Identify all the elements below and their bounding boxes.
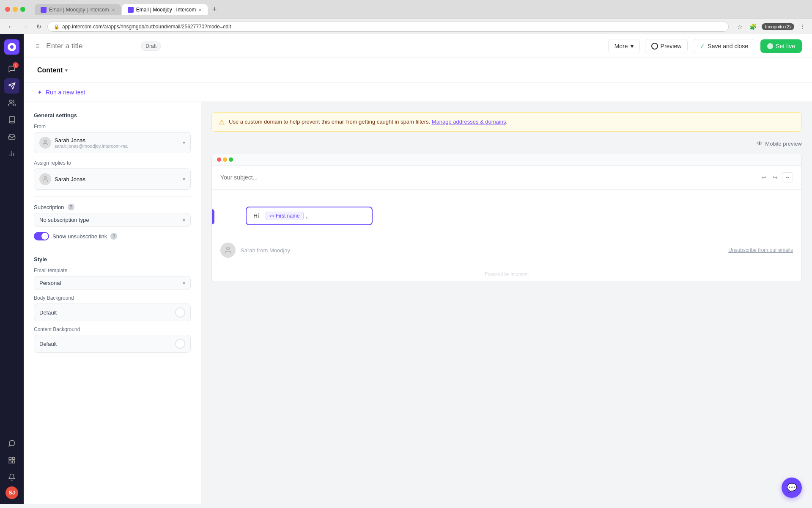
- warning-text: Use a custom domain to help prevent this…: [229, 118, 508, 126]
- menu-button[interactable]: ⋮: [798, 22, 807, 31]
- svg-rect-8: [13, 461, 15, 463]
- powered-by: Powered by Intercom: [212, 266, 801, 282]
- sidebar-item-inbox[interactable]: [4, 129, 19, 144]
- sidebar-item-chat[interactable]: [4, 436, 19, 451]
- subscription-help-icon[interactable]: ?: [68, 204, 74, 210]
- main-area: ≡ Draft More ▾ Preview ✓ Save and close …: [24, 34, 812, 504]
- email-template-select[interactable]: Personal ▾: [34, 276, 191, 290]
- style-title: Style: [34, 256, 191, 262]
- show-unsubscribe-label: Show unsubscribe link: [52, 233, 107, 240]
- content-chevron-icon: ▾: [65, 67, 68, 73]
- svg-point-12: [227, 247, 230, 250]
- lock-icon: 🔒: [54, 24, 60, 30]
- logo-dot: [10, 45, 14, 49]
- new-tab-button[interactable]: +: [208, 3, 220, 15]
- checkmark-icon: ✓: [700, 43, 705, 50]
- assign-replies-dropdown-icon: ▾: [183, 176, 185, 182]
- send-icon: [8, 82, 16, 90]
- body-background-select[interactable]: Default: [34, 304, 191, 321]
- minimize-dot[interactable]: [13, 7, 18, 12]
- assign-replies-avatar: [39, 173, 51, 185]
- unsubscribe-help-icon[interactable]: ?: [110, 233, 117, 240]
- mobile-preview-row: 👁 Mobile preview: [211, 140, 802, 147]
- save-and-close-button[interactable]: ✓ Save and close: [693, 39, 755, 53]
- browser-actions: ☆ 🧩 Incognito (2) ⋮: [735, 22, 807, 31]
- people-icon: [8, 99, 16, 107]
- preview-button[interactable]: Preview: [645, 39, 688, 53]
- star-button[interactable]: ☆: [735, 22, 744, 31]
- main-split: General settings From Sarah Jonas sarah.…: [24, 102, 812, 504]
- save-label: Save and close: [708, 43, 748, 50]
- assign-replies-info: Sarah Jonas: [55, 176, 179, 182]
- browser-tabs: Email | Moodjoy | Intercom ✕ Email | Moo…: [35, 3, 220, 15]
- tab1-close[interactable]: ✕: [112, 8, 115, 12]
- lightning-button[interactable]: ⚡: [211, 209, 214, 224]
- unsubscribe-link[interactable]: Unsubscribe from our emails: [728, 247, 793, 253]
- content-background-select[interactable]: Default: [34, 335, 191, 353]
- sidebar-item-bell[interactable]: [4, 469, 19, 485]
- subscription-select[interactable]: No subscription type ▾: [34, 213, 191, 227]
- toolbar-dot-yellow: [223, 157, 227, 162]
- run-new-test-link[interactable]: Run a new test: [46, 89, 85, 96]
- sidebar-item-outbound[interactable]: [4, 78, 19, 94]
- email-body: ⚡ Hi <> First name: [212, 190, 801, 234]
- sidebar-item-analytics[interactable]: [4, 146, 19, 161]
- redo-button[interactable]: ↪: [771, 172, 779, 182]
- page-title-input[interactable]: [46, 42, 136, 50]
- more-button[interactable]: More ▾: [608, 39, 640, 53]
- run-test-icon: ✦: [37, 89, 42, 96]
- inbox-icon: [8, 133, 16, 141]
- refresh-button[interactable]: ↻: [34, 22, 44, 31]
- chip-code-icon: <>: [269, 214, 274, 218]
- subject-input[interactable]: [220, 174, 760, 181]
- content-tab-bar: Content ▾: [24, 58, 812, 83]
- first-name-chip[interactable]: <> First name: [266, 212, 303, 220]
- assign-replies-field[interactable]: Sarah Jonas ▾: [34, 168, 191, 190]
- resize-handle-button[interactable]: ↔: [782, 172, 793, 182]
- set-live-button[interactable]: Set live: [760, 39, 802, 53]
- from-avatar: [39, 137, 51, 149]
- section-divider-2: [34, 249, 191, 249]
- tab2-close[interactable]: ✕: [198, 8, 202, 12]
- section-divider-1: [34, 196, 191, 197]
- sidebar-item-messages[interactable]: 1: [4, 61, 19, 77]
- browser-tab-2[interactable]: Email | Moodjoy | Intercom ✕: [122, 4, 208, 15]
- maximize-dot[interactable]: [20, 7, 25, 12]
- tab1-label: Email | Moodjoy | Intercom: [49, 7, 109, 13]
- from-name: Sarah Jonas: [55, 137, 179, 144]
- from-email: sarah.jonas@moodjoy.intercom-ma: [55, 144, 179, 149]
- manage-addresses-link[interactable]: Manage addresses & domains: [432, 119, 506, 125]
- close-dot[interactable]: [5, 7, 10, 12]
- chat-widget[interactable]: 💬: [782, 478, 802, 498]
- chat-widget-icon: 💬: [787, 483, 797, 493]
- browser-tab-1[interactable]: Email | Moodjoy | Intercom ✕: [35, 4, 121, 15]
- back-button[interactable]: ←: [5, 22, 16, 31]
- user-avatar[interactable]: SJ: [5, 486, 18, 499]
- svg-rect-9: [9, 461, 11, 463]
- content-background-label: Content Background: [34, 326, 191, 332]
- from-field[interactable]: Sarah Jonas sarah.jonas@moodjoy.intercom…: [34, 132, 191, 153]
- bell-icon: [8, 473, 16, 481]
- sidebar-item-contacts[interactable]: [4, 95, 19, 110]
- address-bar[interactable]: 🔒 app.intercom.com/a/apps/nnsgmgob/outbo…: [47, 22, 729, 32]
- more-chevron-icon: ▾: [631, 43, 634, 50]
- set-live-circle-icon: [767, 43, 773, 49]
- forward-button[interactable]: →: [19, 22, 30, 31]
- unsubscribe-toggle-row: Show unsubscribe link ?: [34, 232, 191, 240]
- unsubscribe-toggle[interactable]: [34, 232, 49, 240]
- hamburger-button[interactable]: ≡: [34, 41, 41, 52]
- sidebar-logo[interactable]: [4, 39, 19, 55]
- draft-badge: Draft: [141, 41, 161, 51]
- sidebar-item-knowledge[interactable]: [4, 112, 19, 127]
- hi-text-input[interactable]: Hi <> First name ,: [246, 207, 373, 225]
- mobile-preview-button[interactable]: 👁 Mobile preview: [757, 140, 802, 147]
- extension-button[interactable]: 🧩: [748, 22, 758, 31]
- warning-period: .: [506, 119, 508, 125]
- subscription-value: No subscription type: [39, 217, 89, 223]
- assign-replies-label: Assign replies to: [34, 160, 191, 166]
- sidebar-item-apps[interactable]: [4, 453, 19, 468]
- run-test-bar: ✦ Run a new test: [24, 83, 812, 102]
- content-tab[interactable]: Content: [37, 66, 63, 74]
- undo-button[interactable]: ↩: [760, 172, 768, 182]
- body-background-value: Default: [39, 309, 57, 316]
